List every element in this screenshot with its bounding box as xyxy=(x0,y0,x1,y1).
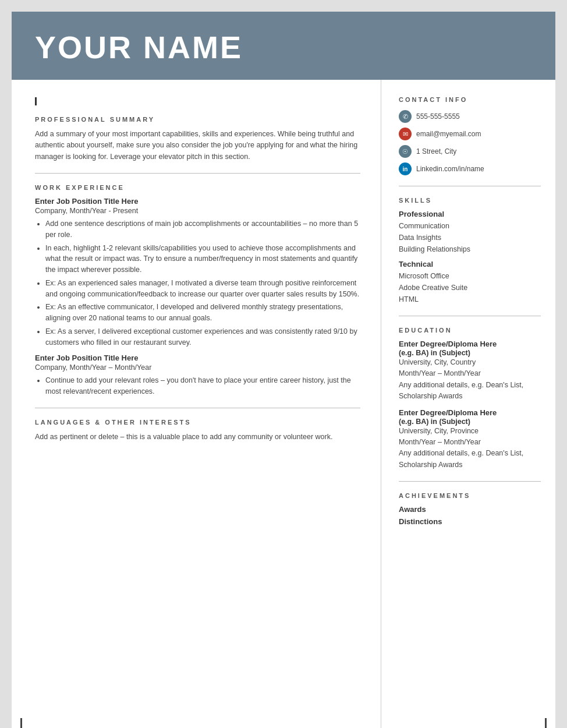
left-column: PROFESSIONAL SUMMARY Add a summary of yo… xyxy=(12,80,381,728)
edu-line3-1: Any additional details, e.g. Dean's List… xyxy=(399,448,541,459)
divider-2 xyxy=(35,408,360,408)
job-title-2: Enter Job Position Title Here xyxy=(35,354,360,362)
job-company-1: Company, Month/Year - Present xyxy=(35,207,360,215)
corner-bracket-bottom-left xyxy=(20,718,33,728)
skill-0-2: Building Relationships xyxy=(399,243,541,255)
phone-icon: ✆ xyxy=(399,110,412,123)
edu-subject-1: (e.g. BA) in (Subject) xyxy=(399,418,541,426)
right-column: CONTACT INFO ✆ 555-555-5555 ✉ email@myem… xyxy=(381,80,555,728)
bullet-2-0: Continue to add your relevant roles – yo… xyxy=(45,375,360,397)
resume-page: YOUR NAME PROFESSIONAL SUMMARY Add a sum… xyxy=(12,12,555,728)
bullet-1-2: Ex: As an experienced sales manager, I m… xyxy=(45,278,360,300)
bullet-1-3: Ex: As an effective communicator, I deve… xyxy=(45,302,360,324)
job-company-2: Company, Month/Year – Month/Year xyxy=(35,363,360,372)
edu-degree-0: Enter Degree/Diploma Here xyxy=(399,340,541,348)
skill-0-1: Data Insights xyxy=(399,232,541,243)
contact-phone: ✆ 555-555-5555 xyxy=(399,110,541,123)
resume-name: YOUR NAME xyxy=(35,29,243,65)
edu-line2-1: Month/Year – Month/Year xyxy=(399,437,541,448)
email-icon: ✉ xyxy=(399,128,412,140)
contact-email: ✉ email@myemail.com xyxy=(399,128,541,140)
achievement-1: Distinctions xyxy=(399,517,541,526)
corner-bracket-bottom-right xyxy=(534,718,547,728)
skills-section-title: SKILLS xyxy=(399,197,541,204)
right-divider-1 xyxy=(399,186,541,186)
skills-cat-0: Professional xyxy=(399,210,541,218)
contact-linkedin: in Linkedin.com/in/name xyxy=(399,162,541,175)
skill-0-0: Communication xyxy=(399,220,541,232)
header: YOUR NAME xyxy=(12,12,555,80)
bullet-1-1: In each, highlight 1-2 relevant skills/c… xyxy=(45,243,360,275)
edu-line1-1: University, City, Province xyxy=(399,426,541,437)
edu-entry-1: Enter Degree/Diploma Here (e.g. BA) in (… xyxy=(399,408,541,471)
skill-1-2: HTML xyxy=(399,294,541,305)
linkedin-text: Linkedin.com/in/name xyxy=(416,165,484,173)
edu-subject-0: (e.g. BA) in (Subject) xyxy=(399,349,541,357)
edu-line1-0: University, City, Country xyxy=(399,357,541,368)
right-divider-3 xyxy=(399,481,541,482)
edu-degree-1: Enter Degree/Diploma Here xyxy=(399,408,541,417)
languages-section-title: LANGUAGES & OTHER INTERESTS xyxy=(35,419,360,426)
bullet-1-4: Ex: As a server, I delivered exceptional… xyxy=(45,326,360,348)
contact-address: ☉ 1 Street, City xyxy=(399,145,541,158)
body-area: PROFESSIONAL SUMMARY Add a summary of yo… xyxy=(12,80,555,728)
edu-line4-0: Scholarship Awards xyxy=(399,391,541,402)
phone-text: 555-555-5555 xyxy=(416,112,460,121)
languages-text: Add as pertinent or delete – this is a v… xyxy=(35,432,360,443)
edu-line2-0: Month/Year – Month/Year xyxy=(399,368,541,379)
work-section-title: WORK EXPERIENCE xyxy=(35,184,360,191)
address-icon: ☉ xyxy=(399,145,412,158)
job-bullets-1: Add one sentence descriptions of main jo… xyxy=(45,218,360,348)
email-text: email@myemail.com xyxy=(416,130,481,138)
edu-line4-1: Scholarship Awards xyxy=(399,460,541,471)
top-marker xyxy=(35,97,37,105)
skill-1-1: Adobe Creative Suite xyxy=(399,282,541,294)
right-divider-2 xyxy=(399,316,541,316)
contact-section-title: CONTACT INFO xyxy=(399,96,541,103)
summary-text: Add a summary of your most important cap… xyxy=(35,129,360,162)
edu-entry-0: Enter Degree/Diploma Here (e.g. BA) in (… xyxy=(399,340,541,402)
summary-section-title: PROFESSIONAL SUMMARY xyxy=(35,116,360,123)
divider-1 xyxy=(35,173,360,174)
job-bullets-2: Continue to add your relevant roles – yo… xyxy=(45,375,360,397)
achievement-0: Awards xyxy=(399,505,541,514)
skill-1-0: Microsoft Office xyxy=(399,270,541,282)
bullet-1-0: Add one sentence descriptions of main jo… xyxy=(45,218,360,241)
linkedin-icon: in xyxy=(399,162,412,175)
education-section-title: EDUCATION xyxy=(399,327,541,334)
address-text: 1 Street, City xyxy=(416,147,456,156)
job-title-1: Enter Job Position Title Here xyxy=(35,197,360,206)
achievements-section-title: ACHIEVEMENTS xyxy=(399,492,541,499)
skills-cat-1: Technical xyxy=(399,260,541,268)
edu-line3-0: Any additional details, e.g. Dean's List… xyxy=(399,380,541,391)
